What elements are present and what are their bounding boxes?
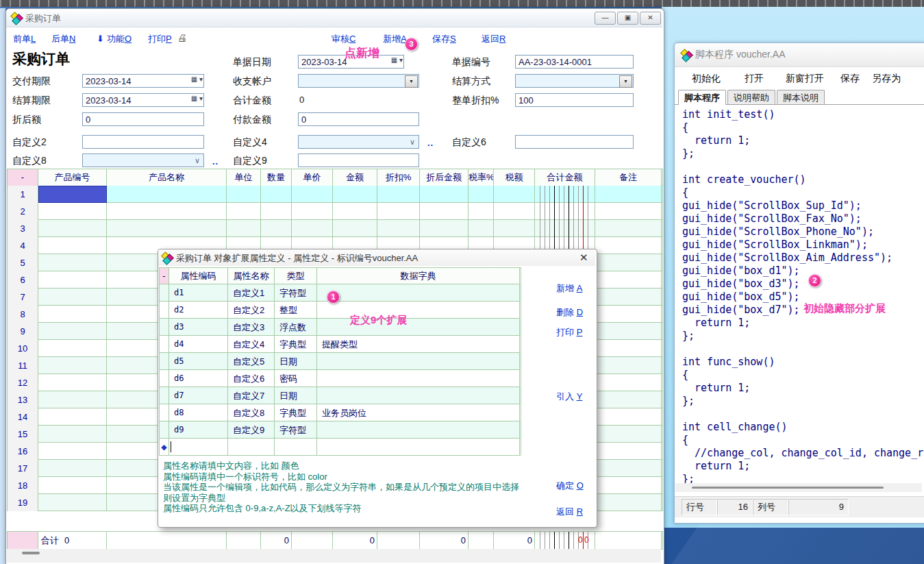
grid-cell[interactable] <box>261 203 292 220</box>
grid-header-12[interactable]: 备注 <box>595 169 662 186</box>
dialog-cell[interactable]: d6 <box>169 370 228 387</box>
dialog-button-5[interactable]: 确定 O <box>556 480 584 492</box>
grid-cell[interactable] <box>38 186 107 203</box>
dialog-cell[interactable]: 自定义8 <box>228 404 275 421</box>
dialog-header-3[interactable]: 类型 <box>275 268 317 284</box>
grid-cell[interactable] <box>292 203 333 220</box>
grid-hscrollbar[interactable] <box>7 549 661 563</box>
dialog-cell[interactable] <box>317 421 520 439</box>
grid-cell[interactable] <box>595 289 662 306</box>
dialog-button-3[interactable]: 打印 P <box>556 326 582 339</box>
dialog-cell[interactable]: d3 <box>169 319 228 336</box>
dialog-button-4[interactable]: 引入 Y <box>556 391 582 403</box>
grid-cell[interactable] <box>38 289 107 306</box>
toolbar-item-right-1[interactable]: 审核C <box>332 33 355 45</box>
minimize-button[interactable]: — <box>595 12 616 25</box>
dialog-header-2[interactable]: 属性名称 <box>228 268 275 284</box>
grid-cell[interactable] <box>38 391 107 408</box>
grid-cell[interactable]: 9 <box>8 323 38 340</box>
grid-cell[interactable]: 15 <box>8 426 38 443</box>
grid-cell[interactable] <box>595 391 662 408</box>
dialog-new-cell[interactable] <box>228 439 275 456</box>
tab-3[interactable]: 脚本说明 <box>777 90 825 105</box>
dialog-new-row[interactable]: ◆ <box>160 439 521 456</box>
grid-hscrollbar-thumb[interactable] <box>22 552 40 554</box>
grid-cell[interactable]: 5 <box>8 254 38 271</box>
field-zdy2[interactable] <box>82 135 204 149</box>
grid-cell[interactable] <box>38 477 107 494</box>
grid-cell[interactable] <box>595 186 662 203</box>
grid-cell[interactable] <box>535 220 595 237</box>
grid-cell[interactable] <box>595 460 662 477</box>
script-toolbar-item-3[interactable]: 新窗打开 <box>786 73 824 85</box>
dialog-cell[interactable]: 自定义1 <box>228 284 275 302</box>
dropdown-button[interactable]: ▼ <box>405 75 418 88</box>
dialog-cell[interactable]: 日期 <box>275 387 317 404</box>
grid-cell[interactable] <box>595 220 662 237</box>
calendar-icon[interactable]: ▦ ▾ <box>182 95 203 106</box>
grid-cell[interactable] <box>595 306 662 323</box>
grid-header-7[interactable]: 折扣% <box>377 169 420 186</box>
script-toolbar-item-4[interactable]: 保存 <box>840 73 860 85</box>
toolbar-item-2[interactable]: 后单N <box>51 33 75 45</box>
grid-cell[interactable] <box>38 408 107 426</box>
script-toolbar-item-2[interactable]: 打开 <box>745 73 764 85</box>
grid-cell[interactable] <box>377 203 420 220</box>
dialog-cell[interactable] <box>317 387 520 404</box>
grid-cell[interactable] <box>595 494 662 511</box>
dialog-cell[interactable]: 字典型 <box>275 404 317 421</box>
dialog-cell[interactable]: 整型 <box>275 302 317 319</box>
field-jiesuanfs[interactable]: ▼ <box>515 74 634 88</box>
grid-cell[interactable] <box>595 426 662 443</box>
code-editor[interactable]: int init_test(){ return 1;}; int create_… <box>682 108 918 482</box>
grid-cell[interactable] <box>595 477 662 494</box>
grid-cell[interactable] <box>38 443 107 460</box>
grid-cell[interactable] <box>535 203 595 220</box>
grid-cell[interactable] <box>107 220 227 237</box>
grid-cell[interactable] <box>38 203 107 220</box>
dialog-cell[interactable]: d2 <box>169 302 228 319</box>
dialog-cell[interactable]: 自定义9 <box>228 421 275 439</box>
dialog-new-cell[interactable] <box>275 439 317 456</box>
dialog-cell[interactable]: d5 <box>169 353 228 370</box>
grid-cell[interactable]: 16 <box>8 443 38 460</box>
grid-cell[interactable] <box>595 323 662 340</box>
toolbar-item-1[interactable]: 前单L <box>13 33 36 45</box>
grid-cell[interactable] <box>292 186 333 203</box>
field-jiaofu[interactable]: 2023-03-14▦ ▾ <box>82 74 204 88</box>
grid-header-2[interactable]: 产品名称 <box>107 169 227 186</box>
tab-2[interactable]: 说明帮助 <box>727 90 775 105</box>
grid-cell[interactable] <box>38 426 107 443</box>
dialog-cell[interactable]: 自定义4 <box>228 336 275 353</box>
script-titlebar[interactable]: 脚本程序 voucher.AA <box>675 43 924 67</box>
dialog-cell[interactable]: 自定义6 <box>228 370 275 387</box>
grid-cell[interactable]: 6 <box>8 271 38 289</box>
more-dots-zdy8[interactable]: .. <box>212 156 218 167</box>
field-shouzhi[interactable]: ▼ <box>298 74 419 88</box>
script-toolbar-item-5[interactable]: 另存为 <box>872 73 901 85</box>
dialog-close-icon[interactable]: ✕ <box>579 252 588 264</box>
dialog-cell[interactable]: 字符型 <box>275 284 317 302</box>
dialog-cell[interactable] <box>317 370 520 387</box>
close-button[interactable]: ✕ <box>640 12 661 25</box>
dialog-cell[interactable]: 自定义5 <box>228 353 275 370</box>
grid-cell[interactable]: 2 <box>8 203 38 220</box>
dialog-cell[interactable]: 日期 <box>275 353 317 370</box>
dialog-cell[interactable]: 自定义2 <box>228 302 275 319</box>
dialog-new-cell[interactable] <box>169 439 228 456</box>
grid-cell[interactable]: 17 <box>8 460 38 477</box>
grid-cell[interactable] <box>377 186 420 203</box>
grid-cell[interactable] <box>469 220 494 237</box>
grid-cell[interactable] <box>38 460 107 477</box>
dialog-new-cell[interactable] <box>317 439 520 456</box>
dialog-cell[interactable]: 密码 <box>275 370 317 387</box>
calendar-icon[interactable]: ▦ ▾ <box>382 56 403 67</box>
dialog-cell[interactable]: 自定义7 <box>228 387 275 404</box>
grid-cell[interactable]: 8 <box>8 306 38 323</box>
dialog-button-1[interactable]: 新增 A <box>556 282 582 295</box>
grid-cell[interactable] <box>333 220 377 237</box>
more-dots-zdy4[interactable]: .. <box>427 138 434 148</box>
grid-cell[interactable] <box>535 186 595 203</box>
dialog-cell[interactable] <box>317 353 520 370</box>
grid-cell[interactable] <box>420 203 469 220</box>
